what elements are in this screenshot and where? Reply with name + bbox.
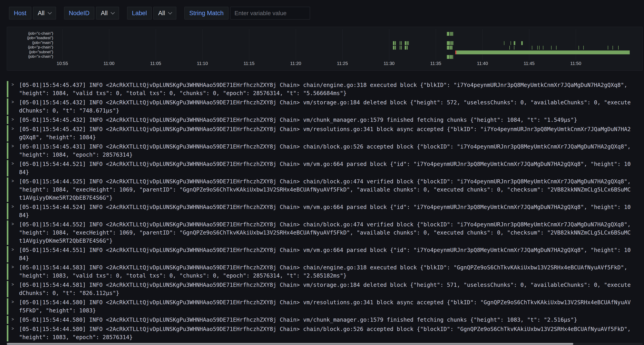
chart-bar-segment [551, 46, 552, 49]
chart-bar-segment [451, 32, 452, 36]
x-axis-tick-label: 11:25 [337, 61, 348, 66]
log-row[interactable]: >[05-01|15:54:45.431] INFO <2AcRkXTLLtQj… [7, 143, 641, 159]
x-gridline [576, 29, 576, 60]
string-match-input[interactable] [230, 7, 310, 19]
expand-chevron-icon[interactable]: > [12, 161, 14, 166]
chart-bar-segment [405, 41, 406, 45]
chart-bar-segment [556, 46, 556, 49]
x-gridline [109, 29, 109, 60]
chart-bar-segment [407, 46, 408, 49]
x-axis-tick-label: 11:50 [570, 61, 582, 66]
chart-legend: {job="c-chain"}{job="loadtest"}{job="mai… [9, 31, 53, 59]
log-row[interactable]: >[05-01|15:54:44.580] INFO <2AcRkXTLLtQj… [7, 298, 641, 315]
expand-chevron-icon[interactable]: > [12, 204, 14, 209]
log-row[interactable]: >[05-01|15:54:44.581] INFO <2AcRkXTLLtQj… [7, 281, 641, 297]
variable-picker-host[interactable]: All [33, 7, 56, 19]
expand-chevron-icon[interactable]: > [12, 317, 14, 322]
log-row[interactable]: >[05-01|15:54:45.432] INFO <2AcRkXTLLtQj… [7, 125, 641, 141]
x-gridline [62, 29, 62, 60]
variable-picker-label[interactable]: All [154, 7, 176, 19]
chart-bar-segment [532, 46, 532, 49]
x-axis-tick-label: 11:15 [244, 61, 255, 66]
x-gridline [389, 29, 389, 60]
variable-label-label: Label [127, 7, 152, 19]
expand-chevron-icon[interactable]: > [12, 221, 14, 227]
expand-chevron-icon[interactable]: > [12, 282, 14, 287]
x-gridline [296, 29, 296, 60]
chart-bar-segment [618, 46, 618, 49]
log-row[interactable]: >[05-01|15:54:44.583] INFO <2AcRkXTLLtQj… [7, 264, 641, 280]
chart-bar-segment [395, 41, 396, 45]
log-line-text: [05-01|15:54:44.521] INFO <2AcRkXTLLtQjv… [19, 160, 631, 176]
chart-bar-segment [543, 46, 544, 49]
log-row[interactable]: >[05-01|15:54:44.580] INFO <2AcRkXTLLtQj… [7, 316, 641, 324]
log-volume-panel: 10:5511:0011:0511:1011:1511:2011:2511:30… [7, 27, 643, 71]
log-line-text: [05-01|15:54:45.437] INFO <2AcRkXTLLtQjv… [19, 81, 631, 97]
grafana-logs-dashboard: { "toolbar": { "variables": [ { "label":… [0, 0, 644, 345]
chart-bar-segment [395, 46, 396, 49]
log-line-text: [05-01|15:54:44.552] INFO <2AcRkXTLLtQjv… [19, 221, 631, 245]
horizontal-scrollbar [7, 343, 643, 345]
chart-bar-segment [453, 41, 454, 45]
x-axis-tick-label: 11:10 [197, 61, 208, 66]
horizontal-scrollbar-thumb[interactable] [7, 343, 573, 345]
expand-chevron-icon[interactable]: > [12, 178, 14, 184]
log-row[interactable]: >[05-01|15:54:44.525] INFO <2AcRkXTLLtQj… [7, 177, 641, 202]
chart-bar-segment [447, 32, 449, 36]
chart-bar-segment [450, 46, 451, 49]
log-row[interactable]: >[05-01|15:54:45.432] INFO <2AcRkXTLLtQj… [7, 116, 641, 124]
expand-chevron-icon[interactable]: > [12, 99, 14, 105]
variable-value-host: All [38, 10, 45, 17]
variable-label-host: Host [9, 7, 31, 19]
x-gridline [249, 29, 249, 60]
chart-plot[interactable]: 10:5511:0011:0511:1011:1511:2011:2511:30… [9, 27, 642, 70]
log-line-text: [05-01|15:54:44.580] INFO <2AcRkXTLLtQjv… [19, 325, 631, 342]
legend-item[interactable]: {job="p-chain"} [9, 45, 53, 49]
legend-item[interactable]: {job="loadtest"} [9, 36, 53, 40]
chart-bar-segment [400, 41, 400, 45]
chart-bar-segment [393, 41, 394, 45]
expand-chevron-icon[interactable]: > [12, 247, 14, 252]
legend-item[interactable]: {job="main"} [9, 40, 53, 45]
x-axis-tick-label: 10:55 [57, 61, 68, 66]
variable-label-nodeid: NodeID [64, 7, 94, 19]
log-row[interactable]: >[05-01|15:54:44.521] INFO <2AcRkXTLLtQj… [7, 160, 641, 176]
chart-bar-segment [401, 46, 402, 49]
log-line-text: [05-01|15:54:44.581] INFO <2AcRkXTLLtQjv… [19, 281, 631, 297]
expand-chevron-icon[interactable]: > [12, 143, 14, 149]
chart-bar-segment [447, 55, 450, 59]
expand-chevron-icon[interactable]: > [12, 326, 14, 331]
chart-bar-segment [452, 46, 452, 49]
x-axis-tick-label: 11:00 [104, 61, 115, 66]
chart-bar-segment [456, 50, 630, 54]
log-line-text: [05-01|15:54:44.551] INFO <2AcRkXTLLtQjv… [19, 246, 631, 262]
chart-bar-segment [521, 41, 523, 45]
expand-chevron-icon[interactable]: > [12, 126, 14, 131]
log-row[interactable]: >[05-01|15:54:44.552] INFO <2AcRkXTLLtQj… [7, 221, 641, 245]
log-line-text: [05-01|15:54:45.431] INFO <2AcRkXTLLtQjv… [19, 143, 631, 159]
expand-chevron-icon[interactable]: > [12, 299, 14, 305]
chart-bar-segment [539, 46, 540, 49]
variable-picker-nodeid[interactable]: All [96, 7, 119, 19]
legend-item[interactable]: {job="x-chain"} [9, 54, 53, 59]
expand-chevron-icon[interactable]: > [12, 82, 14, 87]
x-axis-tick-label: 11:40 [477, 61, 488, 66]
x-axis-tick-label: 11:05 [150, 61, 161, 66]
legend-item[interactable]: {job="c-chain"} [9, 31, 53, 36]
log-line-text: [05-01|15:54:45.432] INFO <2AcRkXTLLtQjv… [19, 116, 631, 124]
chevron-down-icon [168, 10, 172, 14]
chart-bar-segment [451, 55, 452, 59]
chart-bar-segment [408, 41, 409, 45]
log-row[interactable]: >[05-01|15:54:44.551] INFO <2AcRkXTLLtQj… [7, 246, 641, 262]
chart-bar-segment [452, 32, 452, 36]
log-row[interactable]: >[05-01|15:54:44.524] INFO <2AcRkXTLLtQj… [7, 203, 641, 219]
legend-item[interactable]: {job="subnet"} [9, 50, 53, 54]
log-row[interactable]: >[05-01|15:54:45.437] INFO <2AcRkXTLLtQj… [7, 81, 641, 97]
log-row[interactable]: >[05-01|15:54:44.580] INFO <2AcRkXTLLtQj… [7, 325, 641, 342]
x-axis-tick-label: 11:45 [524, 61, 535, 66]
expand-chevron-icon[interactable]: > [12, 117, 14, 122]
expand-chevron-icon[interactable]: > [12, 264, 14, 270]
chart-bar-segment [400, 46, 400, 49]
x-axis-tick-label: 11:20 [290, 61, 302, 66]
log-row[interactable]: >[05-01|15:54:45.432] INFO <2AcRkXTLLtQj… [7, 98, 641, 115]
